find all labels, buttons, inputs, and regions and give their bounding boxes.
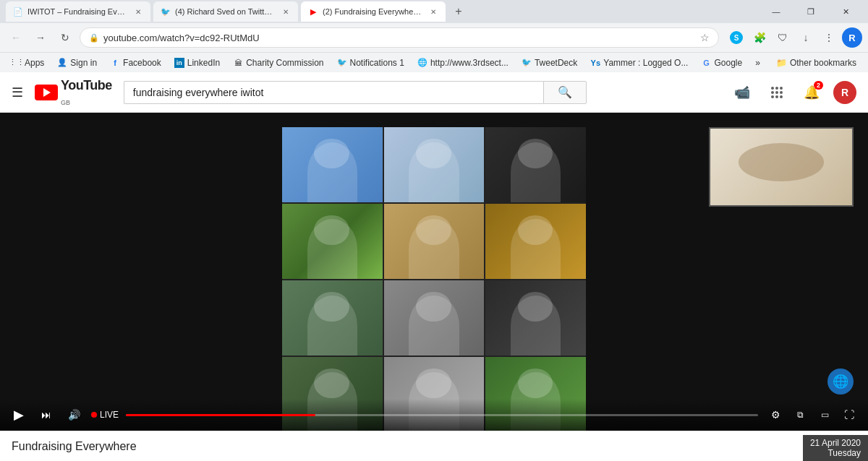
youtube-logo[interactable]: YouTube GB [35,78,112,106]
tab-1[interactable]: 📄 IWITOT – Fundraising Everywhere ✕ [6,1,150,22]
volume-button[interactable]: 🔊 [64,405,84,425]
side-person-preview [709,127,854,207]
video-cell-1 [282,127,383,202]
video-cell-5 [384,204,485,279]
bookmark-facebook[interactable]: f Facebook [104,56,167,69]
youtube-camera-button[interactable]: 📹 [729,79,755,105]
tab-3[interactable]: ▶ (2) Fundraising Everywhere - You... ✕ [301,1,446,22]
video-cell-8 [384,280,485,356]
miniplayer-button[interactable]: ⧉ [790,405,810,425]
video-cell-7 [282,280,383,356]
bookmark-charity-label: Charity Commission [246,58,323,68]
svg-point-7 [775,95,778,98]
video-cell-3 [485,127,586,202]
video-controls: ▶ ⏭ 🔊 LIVE ⚙ ⧉ ▭ ⛶ [0,399,868,431]
youtube-logo-icon [35,85,58,100]
svg-point-3 [771,91,774,94]
theater-button[interactable]: ▭ [814,405,835,425]
date-text: 21 April 2020 [810,438,861,448]
bookmark-url-icon[interactable]: ☆ [700,32,710,43]
tab-3-favicon: ▶ [308,7,318,17]
bookmark-google-label: Google [714,58,742,68]
bookmark-folder-icon: 📁 [776,58,787,68]
bookmark-facebook-label: Facebook [123,58,161,68]
tab-1-favicon: 📄 [13,7,23,17]
tab-1-close[interactable]: ✕ [133,7,143,17]
bookmark-other-label: Other bookmarks [790,58,856,68]
bookmark-3rdsect[interactable]: 🌐 http://www.3rdsect... [412,56,514,69]
youtube-notifications-button[interactable]: 🔔 2 [799,79,825,105]
tab-2-close[interactable]: ✕ [281,7,291,17]
back-button[interactable]: ← [6,27,26,48]
person-body-1 [307,142,357,202]
bookmark-linkedin-label: LinkedIn [187,58,220,68]
bookmark-signin[interactable]: 👤 Sign in [51,56,103,69]
youtube-grid-button[interactable] [764,79,790,105]
bookmark-other[interactable]: 📁 Other bookmarks [770,56,862,69]
video-cell-9 [485,280,586,356]
bookmark-yammer-label: Yammer : Logged O... [603,58,688,68]
extensions-icon[interactable]: 🧩 [749,27,770,48]
video-cell-6 [485,204,586,279]
progress-bar[interactable] [126,414,758,416]
youtube-menu-icon[interactable]: ☰ [12,85,23,100]
maximize-button[interactable]: ❐ [794,0,827,23]
toolbar-icons: S 🧩 🛡 ↓ ⋮ R [726,27,862,48]
side-person-head [739,143,824,181]
google-icon: G [701,58,711,68]
titlebar: 📄 IWITOT – Fundraising Everywhere ✕ 🐦 (4… [0,0,868,23]
youtube-search-input[interactable] [124,81,543,104]
bookmark-charity[interactable]: 🏛 Charity Commission [227,56,329,69]
bookmark-linkedin[interactable]: in LinkedIn [169,56,226,69]
bookmark-google[interactable]: G Google [695,56,748,69]
person-body-9 [511,296,561,356]
notifications-twitter-icon: 🐦 [337,58,347,68]
profile-icon[interactable]: R [842,27,862,48]
date-badge: 21 April 2020 Tuesday [803,435,868,461]
url-bar[interactable]: 🔒 youtube.com/watch?v=dc92-RUtMdU ☆ [80,27,719,48]
video-grid [282,127,586,431]
right-controls: ⚙ ⧉ ▭ ⛶ [765,405,859,425]
bookmark-notifications[interactable]: 🐦 Notifications 1 [331,56,410,69]
close-button[interactable]: ✕ [829,0,862,23]
tab-2[interactable]: 🐦 (4) Richard Sved on Twitter: "Pro... ✕ [153,1,298,22]
live-badge: LIVE [91,410,119,420]
youtube-wordmark: YouTube GB [61,78,112,106]
tab-2-label: (4) Richard Sved on Twitter: "Pro... [175,7,275,16]
settings-button[interactable]: ⚙ [765,405,786,425]
youtube-logo-text: YouTube [61,78,112,93]
person-body-5 [409,219,459,279]
bookmark-tweetdeck[interactable]: 🐦 TweetDeck [516,56,583,69]
skype-toolbar-icon[interactable]: S [726,27,746,48]
live-dot [91,412,97,418]
video-grid-overlay [282,127,586,431]
globe-icon[interactable]: 🌐 [827,369,854,395]
person-body-6 [511,219,561,279]
extension-icon-1[interactable]: 🛡 [773,27,793,48]
play-pause-button[interactable]: ▶ [9,405,29,425]
youtube-page: ☰ YouTube GB 🔍 📹 [0,72,868,461]
bookmark-more[interactable]: » [749,56,766,69]
bookmark-apps[interactable]: ⋮⋮ Apps [6,56,50,69]
bookmark-yammer[interactable]: Ys Yammer : Logged O... [584,56,694,69]
svg-point-4 [775,91,778,94]
new-tab-button[interactable]: + [448,1,469,22]
minimize-button[interactable]: — [760,0,793,23]
url-text: youtube.com/watch?v=dc92-RUtMdU [103,33,700,43]
tab-3-close[interactable]: ✕ [428,7,438,17]
svg-point-5 [780,91,783,94]
video-cell-2 [384,127,485,202]
yammer-icon: Ys [590,58,600,68]
forward-button[interactable]: → [30,27,51,48]
more-options-icon[interactable]: ⋮ [819,27,839,48]
linkedin-icon: in [174,58,184,68]
fullscreen-button[interactable]: ⛶ [839,405,859,425]
addressbar: ← → ↻ 🔒 youtube.com/watch?v=dc92-RUtMdU … [0,23,868,52]
reload-button[interactable]: ↻ [55,27,75,48]
extension-icon-2[interactable]: ↓ [796,27,816,48]
youtube-search-button[interactable]: 🔍 [543,81,587,104]
youtube-avatar[interactable]: R [833,81,856,104]
bookmarks-bar: ⋮⋮ Apps 👤 Sign in f Facebook in LinkedIn… [0,52,868,72]
notifications-badge: 2 [814,81,823,90]
skip-button[interactable]: ⏭ [36,405,56,425]
